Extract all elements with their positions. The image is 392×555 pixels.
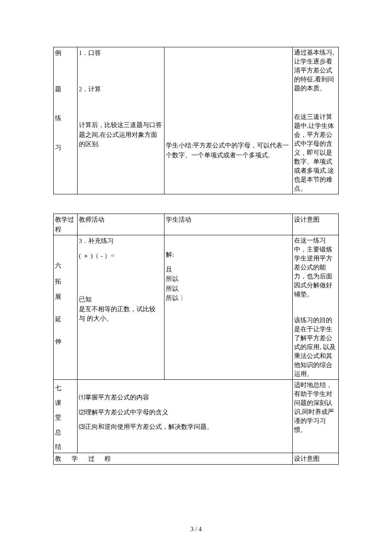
label-char: 结 — [55, 442, 76, 452]
label-char: 例 — [55, 48, 76, 58]
text-so2: 所以 — [166, 284, 291, 294]
label-char: 延 — [55, 315, 76, 324]
text-intent-1: 通过基本练习,让学生逐步看清平方差公式的特征,看到问题的本质。 — [294, 48, 337, 93]
label-char: 堂 — [55, 413, 76, 422]
hdr-student: 学生活动 — [164, 214, 293, 235]
text-point-2: ⑵理解平方差公式中字母的含义 — [79, 408, 291, 417]
hdr-teacher: 教师活动 — [77, 214, 164, 235]
text-point-3: ⑶正向和逆向使用平方差公式，解决数学问题。 — [79, 422, 291, 432]
label-char: 习 — [55, 143, 76, 153]
table-row: 七 课 堂 总 结 ⑴掌握平方差公式的内容 ⑵理解平方差公式中字母的含义 ⑶正向… — [54, 380, 339, 453]
text-so1: 所以 — [166, 274, 291, 284]
page: 例 题 练 习 1．口答 2．计算 计算后，比较这三道题与口答题之间,在公式运用… — [0, 0, 392, 555]
table-row: 教学过程 教师活动 学生活动 设计意图 — [54, 214, 339, 235]
hdr-process: 教学过程 — [54, 214, 78, 235]
text-point-1: ⑴掌握平方差公式的内容 — [79, 393, 291, 402]
cell-teacher-activity: 3．补充练习 ( ＋ )（ - ）= 已知 是互不相等的正数，试比较 与 的大小… — [77, 235, 164, 380]
cell-student-activity: 解: 且 所以 所以 所以 〉 — [164, 235, 293, 380]
page-number: 3 / 4 — [0, 524, 392, 534]
table-row: 教 学 过 程 设计意图 — [54, 453, 339, 465]
cell-summary-content: ⑴掌握平方差公式的内容 ⑵理解平方差公式中字母的含义 ⑶正向和逆向使用平方差公式… — [77, 380, 293, 453]
text-intent-2: 该练习的目的是在于让学生了解平方差公式的应用, 以及乘法公式和其他知识的综合运用… — [294, 316, 337, 379]
text-intent-2: 在这三道计算题中,让学生体会，平方差公式中字母的含义，即可以是数字、单项式或者多… — [294, 113, 337, 193]
hdr-intent: 设计意图 — [293, 214, 339, 235]
label-char: 展 — [55, 292, 76, 302]
table-1: 例 题 练 习 1．口答 2．计算 计算后，比较这三道题与口答题之间,在公式运用… — [53, 47, 339, 194]
cell-design-intent: 在这一练习中，主要锻炼学生逆用平方差公式的能力，也为后面因式分解做好铺垫。 该练… — [293, 235, 339, 380]
cell-student-activity: 学生小结:平方差公式中的字母，可以代表一个数字、一个单项式或者一个多项式. — [164, 47, 293, 194]
cell-section-label: 七 课 堂 总 结 — [54, 380, 78, 453]
cell-process-label: 教 学 过 程 — [54, 453, 293, 465]
text-supplement: 3．补充练习 — [79, 236, 163, 246]
label-char: 练 — [55, 113, 76, 123]
label-char: 课 — [55, 398, 76, 408]
label-char: 伸 — [55, 337, 76, 347]
cell-design-intent: 适时地总结，有助于学生对问题的深刻认识,同时养成严谨的学习习惯。 — [293, 380, 339, 453]
label-char: 总 — [55, 428, 76, 437]
text-known: 已知 — [79, 295, 163, 304]
table-row: 例 题 练 习 1．口答 2．计算 计算后，比较这三道题与口答题之间,在公式运用… — [54, 47, 339, 194]
label-char: 题 — [55, 84, 76, 94]
cell-design-intent: 通过基本练习,让学生逐步看清平方差公式的特征,看到问题的本质。 在这三道计算题中… — [293, 47, 339, 194]
text-student-summary: 学生小结:平方差公式中的字母，可以代表一个数字、一个单项式或者一个多项式. — [166, 141, 291, 160]
text-compare-size: 是互不相等的正数，试比较 与 的大小。 — [79, 304, 163, 324]
table-2: 教学过程 教师活动 学生活动 设计意图 六 拓 展 延 伸 3．补充练习 ( ＋ — [53, 214, 339, 465]
text-oral: 1．口答 — [79, 48, 163, 58]
label-char: 拓 — [55, 277, 76, 286]
cell-section-label: 例 题 练 习 — [54, 47, 78, 194]
table-gap — [53, 194, 339, 214]
text-and: 且 — [166, 265, 291, 275]
text-compare: 计算后，比较这三道题与口答题之间,在公式运用对象方面的区别. — [79, 120, 163, 149]
text-formula: ( ＋ )（ - ）= — [79, 251, 163, 261]
table-row: 六 拓 展 延 伸 3．补充练习 ( ＋ )（ - ）= 已知 是互不相等的正数… — [54, 235, 339, 380]
label-char: 七 — [55, 383, 76, 393]
cell-section-label: 六 拓 展 延 伸 — [54, 235, 78, 380]
text-process: 教 学 过 程 — [55, 455, 115, 462]
cell-design-intent-label: 设计意图 — [293, 453, 339, 465]
cell-teacher-activity: 1．口答 2．计算 计算后，比较这三道题与口答题之间,在公式运用对象方面的区别. — [77, 47, 164, 194]
text-compute: 2．计算 — [79, 84, 163, 94]
label-char: 六 — [55, 261, 76, 271]
text-solution: 解: — [166, 250, 291, 260]
text-intent-1: 在这一练习中，主要锻炼学生逆用平方差公式的能力，也为后面因式分解做好铺垫。 — [294, 236, 337, 299]
text-so3: 所以 〉 — [166, 293, 291, 303]
